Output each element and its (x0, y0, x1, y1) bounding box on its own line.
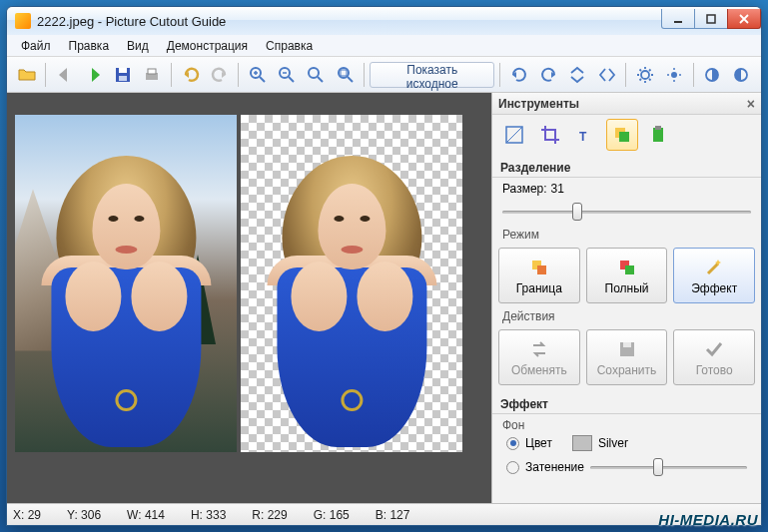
brightness2-icon[interactable] (660, 61, 687, 89)
separation-label: Разделение (492, 157, 761, 178)
swap-button[interactable]: Обменять (498, 329, 580, 385)
size-value: 31 (551, 182, 564, 196)
print-icon[interactable] (139, 61, 166, 89)
rotate-cw-icon[interactable] (535, 61, 562, 89)
svg-text:T: T (579, 130, 587, 144)
svg-point-12 (641, 71, 649, 79)
redo-icon[interactable] (206, 61, 233, 89)
save-icon[interactable] (110, 61, 137, 89)
cutout-image-panel (241, 115, 462, 452)
save-action-button[interactable]: Сохранить (586, 329, 668, 385)
radio-shade[interactable] (506, 461, 519, 474)
contrast2-icon[interactable] (728, 61, 755, 89)
main-toolbar: Показать исходное (7, 57, 761, 93)
svg-rect-24 (625, 266, 634, 274)
flip-v-icon[interactable] (564, 61, 591, 89)
radio-color[interactable] (506, 437, 519, 450)
tool-paste-icon[interactable] (642, 119, 674, 151)
svg-rect-1 (707, 15, 715, 23)
mode-label: Режим (492, 228, 761, 242)
zoom-out-icon[interactable] (274, 61, 301, 89)
panel-close-icon[interactable]: × (747, 96, 755, 112)
svg-rect-3 (119, 68, 127, 73)
menu-edit[interactable]: Правка (61, 37, 118, 55)
close-button[interactable] (727, 9, 761, 29)
rotate-ccw-icon[interactable] (505, 61, 532, 89)
back-icon[interactable] (51, 61, 78, 89)
radio-color-label: Цвет (525, 436, 552, 450)
open-icon[interactable] (13, 61, 40, 89)
mode-full-button[interactable]: Полный (586, 248, 668, 303)
titlebar: 2222.jpeg - Picture Cutout Guide (7, 7, 761, 35)
size-slider[interactable] (502, 202, 751, 222)
tools-panel: Инструменты× T Разделение Размер: 31 Реж… (491, 93, 761, 503)
bg-label: Фон (492, 414, 761, 432)
color-name: Silver (598, 436, 628, 450)
menu-demo[interactable]: Демонстрация (159, 37, 256, 55)
radio-shade-label: Затенение (525, 460, 584, 474)
contrast-icon[interactable] (699, 61, 726, 89)
statusbar: X: 29 Y: 306 W: 414 H: 333 R: 229 G: 165… (7, 503, 761, 525)
svg-rect-26 (623, 342, 631, 347)
svg-rect-22 (537, 266, 546, 274)
actions-label: Действия (492, 309, 761, 323)
tool-resize-icon[interactable] (498, 119, 530, 151)
window-title: 2222.jpeg - Picture Cutout Guide (37, 14, 662, 29)
effect-label: Эффект (492, 393, 761, 414)
app-icon (15, 13, 31, 29)
svg-rect-19 (619, 132, 629, 142)
color-swatch[interactable] (572, 435, 592, 451)
maximize-button[interactable] (694, 9, 728, 29)
panel-title: Инструменты× (492, 93, 761, 115)
brightness-icon[interactable] (631, 61, 658, 89)
tool-text-icon[interactable]: T (570, 119, 602, 151)
tool-cutout-icon[interactable] (606, 119, 638, 151)
mode-effect-button[interactable]: Эффект (673, 248, 755, 303)
zoom-in-icon[interactable] (244, 61, 271, 89)
original-image-panel (15, 115, 237, 452)
svg-point-9 (309, 68, 319, 78)
menubar: Файл Правка Вид Демонстрация Справка (7, 35, 761, 57)
svg-rect-20 (653, 128, 663, 142)
svg-rect-4 (119, 76, 127, 81)
svg-rect-6 (148, 69, 156, 74)
svg-rect-0 (674, 21, 682, 23)
menu-help[interactable]: Справка (258, 37, 321, 55)
undo-icon[interactable] (177, 61, 204, 89)
forward-icon[interactable] (80, 61, 107, 89)
flip-h-icon[interactable] (593, 61, 620, 89)
done-button[interactable]: Готово (673, 329, 755, 385)
tool-crop-icon[interactable] (534, 119, 566, 151)
mode-border-button[interactable]: Граница (498, 248, 580, 303)
minimize-button[interactable] (661, 9, 695, 29)
shade-slider[interactable] (590, 457, 747, 477)
show-original-button[interactable]: Показать исходное (370, 62, 494, 88)
menu-file[interactable]: Файл (13, 37, 59, 55)
svg-point-13 (671, 72, 677, 78)
app-window: 2222.jpeg - Picture Cutout Guide Файл Пр… (6, 6, 762, 526)
watermark: HI-MEDIA.RU (658, 511, 758, 528)
size-label: Размер: (502, 182, 547, 196)
zoom-fit-icon[interactable] (303, 61, 330, 89)
zoom-100-icon[interactable] (332, 61, 359, 89)
svg-rect-11 (341, 70, 347, 76)
menu-view[interactable]: Вид (119, 37, 157, 55)
canvas-area[interactable] (7, 93, 491, 503)
